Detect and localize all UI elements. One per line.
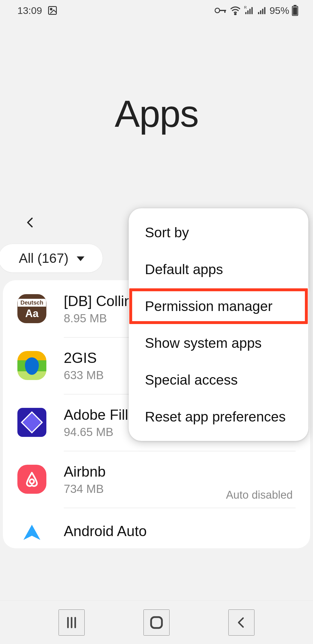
status-bar: 13:09 R 95%	[0, 0, 313, 21]
back-icon	[235, 614, 248, 631]
chevron-left-icon	[24, 214, 37, 231]
svg-rect-13	[262, 9, 263, 14]
svg-rect-7	[245, 12, 246, 14]
app-icon-collins: DeutschAa	[17, 294, 46, 323]
caret-down-icon	[76, 256, 85, 262]
app-icon-airbnb	[17, 465, 46, 494]
app-name: Android Auto	[64, 523, 296, 540]
svg-rect-9	[249, 9, 250, 14]
filter-label: All (167)	[19, 250, 68, 266]
svg-rect-12	[260, 10, 261, 14]
app-name: Airbnb	[64, 463, 296, 480]
image-icon	[47, 5, 58, 16]
back-button[interactable]	[17, 209, 43, 236]
recents-icon	[64, 615, 79, 630]
svg-point-2	[215, 8, 220, 13]
app-note: Auto disabled	[226, 489, 293, 501]
filter-dropdown[interactable]: All (167)	[0, 244, 103, 273]
signal-roaming-icon: R	[244, 6, 254, 15]
overflow-menu: Sort by Default apps Permission manager …	[129, 208, 308, 441]
app-icon-android-auto	[17, 518, 46, 547]
hero-area: Apps	[0, 21, 313, 207]
menu-special-access[interactable]: Special access	[129, 361, 308, 398]
svg-rect-29	[151, 617, 162, 628]
menu-sort-by[interactable]: Sort by	[129, 214, 308, 251]
battery-percent: 95%	[270, 5, 289, 16]
home-icon	[148, 614, 165, 631]
svg-rect-14	[264, 7, 265, 14]
key-icon	[214, 7, 227, 14]
svg-text:R: R	[244, 6, 247, 10]
svg-rect-0	[49, 7, 57, 15]
svg-rect-11	[258, 12, 259, 14]
menu-default-apps[interactable]: Default apps	[129, 251, 308, 288]
svg-point-24	[30, 479, 34, 484]
svg-rect-4	[224, 10, 225, 13]
battery-status: 95%	[270, 5, 299, 16]
status-left: 13:09	[17, 5, 58, 16]
svg-point-1	[50, 8, 52, 10]
menu-permission-manager[interactable]: Permission manager	[129, 288, 308, 325]
wifi-icon	[230, 6, 241, 15]
svg-rect-8	[247, 10, 248, 14]
svg-point-5	[234, 13, 236, 15]
battery-icon	[292, 5, 299, 16]
system-navbar	[0, 600, 313, 644]
svg-marker-23	[77, 256, 85, 261]
app-row[interactable]: Airbnb 734 MB Auto disabled	[3, 451, 310, 508]
menu-reset-preferences[interactable]: Reset app preferences	[129, 398, 308, 435]
status-time: 13:09	[17, 5, 42, 16]
nav-recents[interactable]	[59, 609, 85, 636]
svg-rect-10	[251, 7, 252, 14]
nav-back[interactable]	[228, 609, 254, 636]
app-row[interactable]: Android Auto	[3, 508, 310, 548]
app-icon-adobe	[17, 408, 46, 437]
signal-icon	[257, 6, 267, 15]
svg-marker-25	[23, 525, 40, 540]
nav-home[interactable]	[143, 609, 170, 636]
menu-show-system-apps[interactable]: Show system apps	[129, 325, 308, 361]
app-icon-2gis	[17, 351, 46, 380]
svg-rect-17	[293, 7, 297, 15]
page-title: Apps	[115, 92, 198, 135]
status-right: R 95%	[214, 5, 299, 16]
